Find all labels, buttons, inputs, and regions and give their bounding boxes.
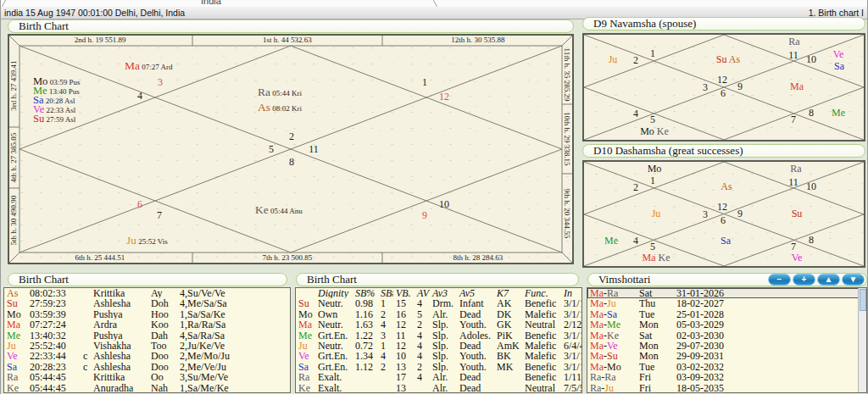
table-cell: Ashlesha <box>91 351 148 361</box>
table-cell <box>378 372 393 382</box>
column-header: AV <box>415 288 430 298</box>
planet-label: Ve <box>833 50 844 58</box>
table-cell: 12 <box>393 341 415 351</box>
column-header: Dignity <box>315 288 353 298</box>
house-cusp-label: 12th h. 30 535.88 <box>451 36 504 44</box>
planet-label: Mo <box>648 164 662 173</box>
dasha-row[interactable]: Ma-RaSat31-01-2026 <box>587 288 860 298</box>
table-cell: 2,Ju/Ke/Ve <box>177 341 290 351</box>
table-cell: Mo <box>4 309 27 319</box>
table-row: SaGrt.En.1.122132Slp.Youth.MKBenefic3/1/… <box>296 362 581 372</box>
table-cell: Su <box>296 298 315 308</box>
planet-label: Ma <box>790 82 804 91</box>
dasha-row[interactable]: Ma-MoTue03-02-2032 <box>587 362 860 372</box>
column-header: In <box>561 288 581 298</box>
table-cell: 1,Sa/Sa/Ke <box>177 309 290 319</box>
table-cell: Infant <box>457 298 494 308</box>
dasha-weekday: Mon <box>637 341 674 351</box>
table-cell: Neutr. <box>315 341 353 351</box>
table-cell: Grt.En. <box>315 330 353 341</box>
dasha-row[interactable]: Ma-VeMon29-07-2030 <box>587 341 860 351</box>
table-row: As08:02:33KrittikaAy4,Su/Ve/Ve <box>4 288 290 298</box>
table-cell: Pushya <box>91 330 148 341</box>
dasha-expand-button[interactable]: + <box>793 274 815 286</box>
planet-abbr-ju: Ju <box>609 53 618 65</box>
table-cell: Neutr. <box>315 298 353 308</box>
table-cell: 20:28:23 <box>27 362 81 372</box>
table-cell: PiK <box>494 330 522 341</box>
dasha-lord: Ra <box>590 372 601 382</box>
house-number: 5 <box>650 114 655 126</box>
dasha-date: 18-05-2035 <box>674 383 860 393</box>
house-number: 1 <box>422 76 427 89</box>
dasha-contract-button[interactable]: − <box>768 274 791 286</box>
table-cell: Youth. <box>457 351 494 361</box>
table-row: Ke05:44:45AnuradhaNah1,Sa/Me/Ke <box>4 383 290 393</box>
dasha-weekday: Sat <box>637 288 674 298</box>
dasha-row[interactable]: Ma-SaTue25-01-2028 <box>587 309 860 319</box>
planet-abbr-ke: Ke <box>255 203 269 216</box>
table-cell: Slp. <box>430 362 457 372</box>
table-cell: Youth. <box>457 319 494 330</box>
dasha-row[interactable]: Ma-SuMon29-09-2031 <box>587 351 860 361</box>
table-cell: Krittika <box>91 372 148 382</box>
table-cell: 2 <box>378 309 393 319</box>
dasha-down-button[interactable]: ▼ <box>842 274 865 286</box>
dasha-lord: Ra <box>590 383 601 393</box>
house-number: 3 <box>703 81 708 94</box>
house-number: 12 <box>439 91 449 103</box>
planet-label: Ra <box>790 164 801 173</box>
planet-label: Sa <box>834 62 844 70</box>
table-cell: Benefic <box>522 298 561 308</box>
dasha-weekday: Thu <box>637 298 674 308</box>
dasha-row[interactable]: Ra-RaFri03-09-2032 <box>587 372 860 382</box>
dasha-row[interactable]: Ra-JuFri18-05-2035 <box>587 383 860 393</box>
planet-table-header: Birth Chart <box>8 273 287 286</box>
planet-abbr-ve: Ve <box>792 252 803 264</box>
dasha-sublord: Ra <box>604 372 615 382</box>
table-cell <box>81 319 91 330</box>
planet-label: Ju <box>609 55 618 64</box>
dasha-up-button[interactable]: ▲ <box>817 274 840 286</box>
table-cell: 7/5/5 <box>561 383 581 393</box>
planet-label: Mo Ke <box>640 127 669 136</box>
table-cell: Too <box>148 341 177 351</box>
dasha-weekday: Mon <box>637 319 674 330</box>
dasha-row[interactable]: Ma-MeMon05-03-2029 <box>587 319 860 330</box>
dasha-scrollbar-thumb[interactable] <box>860 289 866 311</box>
dasha-row[interactable]: Ma-KeSat02-03-2030 <box>587 330 860 341</box>
table-cell: 1.34 <box>353 351 378 361</box>
table-cell: 17 <box>393 372 415 382</box>
planet-strengths-panel: DignitySB%SB#VB.AVAv3Av5K7Func.In SuNeut… <box>295 287 582 393</box>
table-cell: 2,Me/Ve/Ju <box>177 362 290 372</box>
dasha-row[interactable]: Ma-JuThu18-02-2027 <box>587 298 860 308</box>
table-header-row: DignitySB%SB#VB.AVAv3Av5K7Func.In <box>296 288 581 298</box>
dasha-scrollbar[interactable] <box>858 288 866 392</box>
dasha-date: 25-01-2028 <box>674 309 860 319</box>
main-birth-chart[interactable]: 2nd h. 19 551.891st h. 44 532.6312th h. … <box>8 34 574 264</box>
table-cell: Dead <box>457 372 494 382</box>
planet-label: Ra <box>788 37 799 46</box>
d9-navamsha-chart[interactable]: 121239611104578JuSu AsRaVeSaMaMeMo Ke <box>582 33 865 142</box>
dasha-weekday: Tue <box>637 309 674 319</box>
table-cell: 05:44:45 <box>27 372 81 382</box>
table-cell <box>494 383 522 393</box>
table-cell: 4,Sa/Ra/Sa <box>177 330 290 341</box>
table-cell: AK <box>494 298 522 308</box>
house-number: 4 <box>633 235 638 247</box>
table-cell: 22:33:44 <box>27 351 81 361</box>
tab-india[interactable]: India <box>201 0 221 6</box>
column-header: Av3 <box>430 288 457 298</box>
table-cell: Ay <box>148 288 177 298</box>
dasha-period: Ma-Ke <box>587 330 637 341</box>
planet-degree-detail: 05:44 Anu <box>269 207 303 215</box>
table-cell <box>353 372 378 382</box>
house-cusp-label: 5th h. 30 490.90 <box>9 196 18 246</box>
d10-dashamsha-chart[interactable]: 121239611104578MoAsRaJuSuMeSaMa KeVe <box>582 160 865 268</box>
table-cell: Sa <box>4 362 27 372</box>
table-cell: 1.22 <box>353 330 378 341</box>
planet-strengths-table: DignitySB%SB#VB.AVAv3Av5K7Func.In SuNeut… <box>296 288 581 393</box>
planet-label: Me <box>832 108 845 117</box>
table-cell: Nah <box>148 383 177 393</box>
table-cell: Doo <box>148 351 177 361</box>
